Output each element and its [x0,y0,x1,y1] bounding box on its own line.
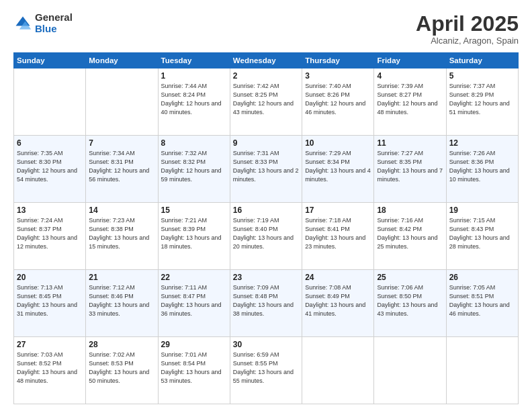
day-number: 13 [17,205,83,215]
day-info-text: Sunrise: 7:44 AM Sunset: 8:24 PM Dayligh… [161,82,227,117]
page: General Blue April 2025 Alcaniz, Aragon,… [0,0,532,411]
table-row [86,68,158,136]
day-number: 24 [305,273,371,282]
table-row: 13Sunrise: 7:24 AM Sunset: 8:37 PM Dayli… [14,203,86,270]
calendar-week-row: 6Sunrise: 7:35 AM Sunset: 8:30 PM Daylig… [14,136,519,203]
header-monday: Monday [86,53,158,68]
table-row: 18Sunrise: 7:16 AM Sunset: 8:42 PM Dayli… [374,203,446,270]
table-row: 20Sunrise: 7:13 AM Sunset: 8:45 PM Dayli… [14,270,86,337]
day-info-text: Sunrise: 7:05 AM Sunset: 8:51 PM Dayligh… [449,283,515,318]
calendar-week-row: 20Sunrise: 7:13 AM Sunset: 8:45 PM Dayli… [14,270,519,337]
table-row: 24Sunrise: 7:08 AM Sunset: 8:49 PM Dayli… [302,270,374,337]
calendar-table: Sunday Monday Tuesday Wednesday Thursday… [13,52,519,404]
day-info-text: Sunrise: 7:21 AM Sunset: 8:39 PM Dayligh… [161,216,227,251]
table-row: 25Sunrise: 7:06 AM Sunset: 8:50 PM Dayli… [374,270,446,337]
day-number: 22 [161,273,227,282]
header-tuesday: Tuesday [158,53,230,68]
day-number: 27 [17,340,83,349]
table-row: 27Sunrise: 7:03 AM Sunset: 8:52 PM Dayli… [14,337,86,404]
logo-blue-text: Blue [35,24,73,35]
title-block: April 2025 Alcaniz, Aragon, Spain [416,12,519,46]
table-row: 6Sunrise: 7:35 AM Sunset: 8:30 PM Daylig… [14,136,86,203]
day-number: 9 [233,138,299,148]
day-info-text: Sunrise: 7:15 AM Sunset: 8:43 PM Dayligh… [449,216,515,251]
table-row [374,337,446,404]
day-number: 8 [161,138,227,148]
day-number: 2 [233,71,299,81]
table-row: 10Sunrise: 7:29 AM Sunset: 8:34 PM Dayli… [302,136,374,203]
logo-text: General Blue [35,12,73,34]
day-number: 1 [161,71,227,81]
day-number: 7 [89,138,154,148]
day-number: 20 [17,273,83,282]
table-row [302,337,374,404]
table-row: 9Sunrise: 7:31 AM Sunset: 8:33 PM Daylig… [230,136,302,203]
table-row [446,337,518,404]
day-number: 26 [449,273,515,282]
day-info-text: Sunrise: 7:27 AM Sunset: 8:35 PM Dayligh… [377,149,443,184]
table-row [14,68,86,136]
table-row: 30Sunrise: 6:59 AM Sunset: 8:55 PM Dayli… [230,337,302,404]
table-row: 2Sunrise: 7:42 AM Sunset: 8:25 PM Daylig… [230,68,302,136]
day-info-text: Sunrise: 7:08 AM Sunset: 8:49 PM Dayligh… [305,283,371,318]
logo: General Blue [13,12,73,34]
header-wednesday: Wednesday [230,53,302,68]
day-number: 10 [305,138,371,148]
calendar-week-row: 13Sunrise: 7:24 AM Sunset: 8:37 PM Dayli… [14,203,519,270]
header-sunday: Sunday [14,53,86,68]
table-row: 22Sunrise: 7:11 AM Sunset: 8:47 PM Dayli… [158,270,230,337]
day-info-text: Sunrise: 7:34 AM Sunset: 8:31 PM Dayligh… [89,149,154,184]
day-info-text: Sunrise: 7:06 AM Sunset: 8:50 PM Dayligh… [377,283,443,318]
day-number: 11 [377,138,443,148]
table-row: 21Sunrise: 7:12 AM Sunset: 8:46 PM Dayli… [86,270,158,337]
table-row: 15Sunrise: 7:21 AM Sunset: 8:39 PM Dayli… [158,203,230,270]
day-info-text: Sunrise: 7:26 AM Sunset: 8:36 PM Dayligh… [449,149,515,184]
day-info-text: Sunrise: 7:40 AM Sunset: 8:26 PM Dayligh… [305,82,371,117]
day-info-text: Sunrise: 7:03 AM Sunset: 8:52 PM Dayligh… [17,351,83,385]
table-row: 7Sunrise: 7:34 AM Sunset: 8:31 PM Daylig… [86,136,158,203]
day-info-text: Sunrise: 7:09 AM Sunset: 8:48 PM Dayligh… [233,283,299,318]
day-number: 25 [377,273,443,282]
day-info-text: Sunrise: 7:19 AM Sunset: 8:40 PM Dayligh… [233,216,299,251]
day-info-text: Sunrise: 7:18 AM Sunset: 8:41 PM Dayligh… [305,216,371,251]
table-row: 17Sunrise: 7:18 AM Sunset: 8:41 PM Dayli… [302,203,374,270]
day-number: 5 [449,71,515,81]
location-text: Alcaniz, Aragon, Spain [416,36,519,46]
day-info-text: Sunrise: 7:24 AM Sunset: 8:37 PM Dayligh… [17,216,83,251]
day-number: 3 [305,71,371,81]
table-row: 19Sunrise: 7:15 AM Sunset: 8:43 PM Dayli… [446,203,518,270]
day-info-text: Sunrise: 7:32 AM Sunset: 8:32 PM Dayligh… [161,149,227,184]
table-row: 12Sunrise: 7:26 AM Sunset: 8:36 PM Dayli… [446,136,518,203]
day-info-text: Sunrise: 7:29 AM Sunset: 8:34 PM Dayligh… [305,149,371,184]
table-row: 11Sunrise: 7:27 AM Sunset: 8:35 PM Dayli… [374,136,446,203]
day-number: 21 [89,273,154,282]
day-info-text: Sunrise: 7:42 AM Sunset: 8:25 PM Dayligh… [233,82,299,117]
day-number: 29 [161,340,227,349]
day-info-text: Sunrise: 7:23 AM Sunset: 8:38 PM Dayligh… [89,216,154,251]
day-info-text: Sunrise: 7:12 AM Sunset: 8:46 PM Dayligh… [89,283,154,318]
table-row: 28Sunrise: 7:02 AM Sunset: 8:53 PM Dayli… [86,337,158,404]
table-row: 1Sunrise: 7:44 AM Sunset: 8:24 PM Daylig… [158,68,230,136]
calendar-week-row: 1Sunrise: 7:44 AM Sunset: 8:24 PM Daylig… [14,68,519,136]
table-row: 26Sunrise: 7:05 AM Sunset: 8:51 PM Dayli… [446,270,518,337]
table-row: 5Sunrise: 7:37 AM Sunset: 8:29 PM Daylig… [446,68,518,136]
day-number: 6 [17,138,83,148]
day-number: 15 [161,205,227,215]
day-info-text: Sunrise: 7:02 AM Sunset: 8:53 PM Dayligh… [89,351,154,385]
table-row: 16Sunrise: 7:19 AM Sunset: 8:40 PM Dayli… [230,203,302,270]
month-title: April 2025 [416,12,519,36]
day-number: 19 [449,205,515,215]
day-number: 28 [89,340,154,349]
logo-general-text: General [35,12,73,24]
header: General Blue April 2025 Alcaniz, Aragon,… [13,12,519,46]
day-number: 30 [233,340,299,349]
day-info-text: Sunrise: 7:37 AM Sunset: 8:29 PM Dayligh… [449,82,515,117]
day-info-text: Sunrise: 7:39 AM Sunset: 8:27 PM Dayligh… [377,82,443,117]
day-number: 14 [89,205,154,215]
table-row: 23Sunrise: 7:09 AM Sunset: 8:48 PM Dayli… [230,270,302,337]
day-number: 17 [305,205,371,215]
calendar-week-row: 27Sunrise: 7:03 AM Sunset: 8:52 PM Dayli… [14,337,519,404]
weekday-header-row: Sunday Monday Tuesday Wednesday Thursday… [14,53,519,68]
header-thursday: Thursday [302,53,374,68]
day-info-text: Sunrise: 6:59 AM Sunset: 8:55 PM Dayligh… [233,351,299,385]
